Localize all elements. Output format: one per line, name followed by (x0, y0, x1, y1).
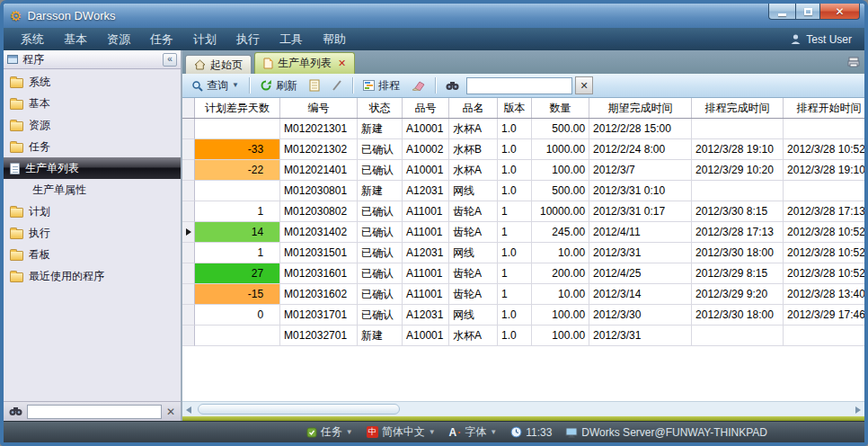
refresh-button[interactable]: 刷新 (255, 76, 302, 95)
row-selector[interactable] (182, 243, 195, 263)
cell-diff[interactable]: -15 (195, 284, 280, 305)
column-header[interactable]: 品名 (449, 98, 498, 118)
scroll-left-icon[interactable] (186, 406, 191, 414)
cell-diff[interactable]: -22 (195, 160, 280, 181)
cell-qty[interactable]: 10.00 (532, 243, 589, 263)
cell-diff[interactable] (195, 181, 280, 201)
cell-diff[interactable] (195, 119, 280, 139)
cell-sched_end[interactable]: 2012/3/30 18:00 (692, 305, 784, 326)
close-button[interactable]: ✕ (820, 4, 860, 20)
cell-status[interactable]: 新建 (358, 181, 403, 201)
menu-item[interactable]: 计划 (183, 28, 226, 50)
cell-part_name[interactable]: 水杯A (449, 119, 498, 139)
cell-no[interactable]: M012021401 (280, 160, 358, 181)
cell-ver[interactable]: 1.0 (498, 181, 532, 201)
cell-expect[interactable]: 2012/4/11 (589, 222, 692, 243)
menu-item[interactable]: 基本 (54, 28, 97, 50)
table-row[interactable]: 27M012031601已确认A11001齿轮A1200.002012/4/25… (182, 263, 864, 284)
cell-sched_end[interactable]: 2012/3/28 19:10 (692, 139, 784, 160)
cell-sched_start[interactable]: 2012/3/28 10:52 (784, 222, 864, 243)
menu-item[interactable]: 任务 (140, 28, 183, 50)
menu-item[interactable]: 系统 (11, 28, 54, 50)
cell-status[interactable]: 已确认 (358, 263, 403, 284)
cell-sched_end[interactable]: 2012/3/30 8:15 (692, 201, 784, 222)
menu-item[interactable]: 工具 (270, 28, 313, 50)
cell-ver[interactable]: 1 (498, 201, 532, 222)
cell-status[interactable]: 已确认 (358, 139, 403, 160)
sidebar-item[interactable]: 看板 (4, 244, 181, 265)
cell-status[interactable]: 已确认 (358, 222, 403, 243)
scrollbar-thumb[interactable] (198, 404, 400, 415)
cell-qty[interactable]: 100.00 (532, 326, 589, 346)
column-header[interactable]: 排程开始时间 (784, 98, 864, 118)
cell-sched_start[interactable] (784, 326, 864, 346)
cell-part_name[interactable]: 齿轮A (449, 284, 498, 305)
tab-home[interactable]: 起始页 (185, 55, 252, 74)
cell-qty[interactable]: 200.00 (532, 263, 589, 284)
cell-sched_start[interactable]: 2012/3/28 13:40 (784, 284, 864, 305)
tab-close-icon[interactable]: ✕ (338, 58, 346, 68)
row-selector[interactable] (182, 181, 195, 201)
cell-no[interactable]: M012021301 (280, 119, 358, 139)
cell-qty[interactable]: 10000.00 (532, 201, 589, 222)
cell-part_no[interactable]: A10002 (403, 139, 449, 160)
cell-part_name[interactable]: 水杯A (449, 160, 498, 181)
edit-button[interactable] (327, 77, 347, 94)
sidebar-item[interactable]: 基本 (4, 93, 181, 114)
cell-ver[interactable]: 1 (498, 222, 532, 243)
cell-no[interactable]: M012031501 (280, 243, 358, 263)
cell-no[interactable]: M012031601 (280, 263, 358, 284)
query-button[interactable]: 查询 ▼ (187, 76, 244, 95)
menu-item[interactable]: 资源 (97, 28, 140, 50)
table-row[interactable]: 1M012030802已确认A11001齿轮A110000.002012/3/3… (182, 201, 864, 222)
cell-sched_end[interactable] (692, 181, 784, 201)
cell-expect[interactable]: 2012/3/30 (589, 305, 692, 326)
collapse-sidebar-button[interactable]: « (163, 53, 177, 67)
table-row[interactable]: M012021301新建A10001水杯A1.0500.002012/2/28 … (182, 119, 864, 139)
cell-qty[interactable]: 100.00 (532, 160, 589, 181)
language-selector[interactable]: 中 简体中文 ▼ (362, 424, 440, 440)
cell-expect[interactable]: 2012/4/25 (589, 263, 692, 284)
cell-qty[interactable]: 100.00 (532, 305, 589, 326)
row-selector[interactable] (182, 222, 195, 243)
cell-diff[interactable]: 14 (195, 222, 280, 243)
cell-part_name[interactable]: 齿轮A (449, 201, 498, 222)
table-row[interactable]: 14M012031402已确认A11001齿轮A1245.002012/4/11… (182, 222, 864, 243)
cell-sched_start[interactable]: 2012/3/28 19:10 (784, 160, 864, 181)
cell-part_name[interactable]: 网线 (449, 181, 498, 201)
table-row[interactable]: 1M012031501已确认A12031网线1.010.002012/3/312… (182, 243, 864, 263)
cell-part_no[interactable]: A11001 (403, 222, 449, 243)
cell-sched_start[interactable]: 2012/3/29 17:46 (784, 305, 864, 326)
maximize-button[interactable] (795, 4, 820, 20)
sidebar-item[interactable]: 最近使用的程序 (4, 265, 181, 287)
sidebar-item[interactable]: 生产单列表 (4, 157, 181, 179)
cell-part_no[interactable]: A11001 (403, 201, 449, 222)
new-button[interactable] (305, 77, 324, 94)
cell-ver[interactable]: 1 (498, 263, 532, 284)
cell-sched_end[interactable]: 2012/3/30 18:00 (692, 243, 784, 263)
cell-status[interactable]: 已确认 (358, 305, 403, 326)
sidebar-search-input[interactable] (27, 405, 162, 419)
cell-part_no[interactable]: A12031 (403, 181, 449, 201)
tasks-status-button[interactable]: 任务 ▼ (302, 424, 358, 440)
toolbar-search-clear-button[interactable]: ✕ (575, 76, 593, 94)
cell-qty[interactable]: 245.00 (532, 222, 589, 243)
cell-expect[interactable]: 2012/2/28 15:00 (589, 119, 692, 139)
cell-expect[interactable]: 2012/3/31 (589, 243, 692, 263)
cell-sched_start[interactable] (784, 181, 864, 201)
sidebar-item[interactable]: 系统 (4, 71, 181, 93)
cell-expect[interactable]: 2012/3/14 (589, 284, 692, 305)
column-header[interactable]: 状态 (358, 98, 403, 118)
cell-status[interactable]: 已确认 (358, 201, 403, 222)
cell-part_name[interactable]: 齿轮A (449, 222, 498, 243)
cell-part_no[interactable]: A10001 (403, 160, 449, 181)
cell-ver[interactable]: 1.0 (498, 243, 532, 263)
sidebar-item[interactable]: 执行 (4, 222, 181, 244)
cell-part_no[interactable]: A11001 (403, 263, 449, 284)
cell-diff[interactable]: 1 (195, 243, 280, 263)
cell-no[interactable]: M012021302 (280, 139, 358, 160)
cell-part_name[interactable]: 水杯B (449, 139, 498, 160)
cell-sched_start[interactable]: 2012/3/28 17:13 (784, 201, 864, 222)
menu-item[interactable]: 帮助 (313, 28, 356, 50)
column-header[interactable]: 数量 (532, 98, 589, 118)
